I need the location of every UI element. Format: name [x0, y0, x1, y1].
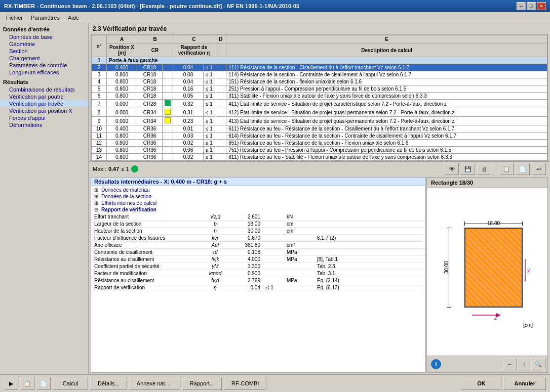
table-row[interactable]: 7 0.000 CR28 0.32 ≤ 1 411) État limite d…: [92, 100, 547, 108]
sidebar-item-forces-appui[interactable]: Forces d'appui: [0, 114, 88, 121]
sidebar-item-verif-poutre[interactable]: Vérification par poutre: [0, 93, 88, 100]
verif-unit: [284, 284, 314, 291]
table-row[interactable]: 10 0.400 CR36 0.01 ≤ 1 611) Résistance a…: [92, 125, 547, 133]
dim-right-tick: [522, 222, 523, 226]
menu-parametres[interactable]: Paramètres: [27, 14, 64, 22]
maximize-button[interactable]: □: [527, 2, 536, 10]
sidebar-item-donnees-base[interactable]: Données de base: [0, 33, 88, 40]
footer-icon-3[interactable]: 📄: [36, 377, 51, 390]
sidebar-item-section[interactable]: Section: [0, 48, 88, 55]
window-title: RX-TIMBER - Continuous beam - 2.06.1103 …: [4, 3, 299, 9]
verif-value: 0.670: [228, 235, 263, 242]
table-row[interactable]: 9 0.000 CR34 0.23 ≤ 1 413) État limite d…: [92, 117, 547, 125]
sidebar-item-chargement[interactable]: Chargement: [0, 55, 88, 62]
table-row[interactable]: 12 0.800 CR36 0.02 ≤ 1 651) Résistance a…: [92, 140, 547, 147]
sidebar-item-longueurs-efficaces[interactable]: Longueurs efficaces: [0, 69, 88, 76]
toolbar-btn-3[interactable]: 🖨: [477, 163, 491, 175]
toolbar-btn-6[interactable]: ↩: [532, 163, 546, 175]
table-row[interactable]: 8 0.000 CR34 0.31 ≤ 1 412) État limite d…: [92, 108, 547, 117]
cell-rapport: 0.04: [173, 78, 204, 85]
close-button[interactable]: ✕: [537, 2, 546, 10]
menu-aide[interactable]: Aide: [64, 14, 83, 22]
tree-item-materiau[interactable]: ⊞ Données de matériau: [93, 187, 423, 193]
cell-le1: ≤ 1: [204, 108, 215, 117]
tree-item-efforts[interactable]: ⊞ Efforts internes de calcul: [93, 200, 423, 206]
toolbar-btn-5[interactable]: 📄: [516, 163, 530, 175]
calcul-button[interactable]: Calcul: [53, 377, 88, 390]
rectangle-panel: Rectangle 18/30 18.00: [426, 177, 548, 373]
minimize-button[interactable]: ─: [517, 2, 526, 10]
cell-color: [163, 85, 173, 93]
info-button[interactable]: i: [431, 359, 441, 369]
cell-empty: [215, 154, 226, 161]
table-row[interactable]: 2 0.400 CR18 0.04 ≤ 1 111) Résistance de…: [92, 64, 547, 71]
rect-toolbar-btn-1[interactable]: ←: [503, 358, 517, 370]
toolbar-btn-1[interactable]: 👁: [445, 163, 459, 175]
cancel-button[interactable]: Annuler: [503, 377, 546, 390]
main-table: n° A B C D E Position X [m] CR Rapport d…: [91, 35, 547, 161]
footer-icon-1[interactable]: ▶: [4, 377, 18, 390]
sidebar-item-verif-position[interactable]: Vérification par position X: [0, 107, 88, 114]
verif-unit: cm: [284, 221, 314, 228]
verif-row: Résistance au cisaillement fv,k 4.000 MP…: [91, 256, 425, 263]
footer-icon-2[interactable]: 📋: [20, 377, 34, 390]
cell-cr: CR18: [137, 71, 163, 78]
verif-label: Largeur de la section: [91, 221, 203, 228]
cell-color: [163, 154, 173, 161]
table-row[interactable]: 6 0.800 CR18 0.05 ≤ 1 311) Stabilité - F…: [92, 93, 547, 100]
sidebar-item-combinaisons[interactable]: Combinaisons de résultats: [0, 86, 88, 93]
details-button[interactable]: Détails...: [90, 377, 127, 390]
cell-empty: [215, 78, 226, 85]
ok-button[interactable]: OK: [461, 377, 501, 390]
rect-toolbar-btn-2[interactable]: ↑: [517, 358, 531, 370]
table-row[interactable]: 11 0.800 CR36 0.03 ≤ 1 614) Résistance a…: [92, 133, 547, 140]
y-axis: y: [520, 259, 531, 285]
main-table-container[interactable]: n° A B C D E Position X [m] CR Rapport d…: [91, 34, 548, 161]
sidebar-item-deformations[interactable]: Déformations: [0, 121, 88, 128]
verification-detail-scroll[interactable]: Effort tranchant Vz,d 2.601 kN Largeur d…: [91, 213, 425, 372]
toolbar-btn-4[interactable]: 📋: [499, 163, 514, 175]
cell-n: 14: [92, 154, 107, 161]
verif-label: Résistance au cisaillement: [91, 256, 203, 263]
table-row[interactable]: 13 0.800 CR36 0.06 ≤ 1 751) Résistance a…: [92, 147, 547, 154]
table-row[interactable]: 3 0.800 CR18 0.08 ≤ 1 114) Résistance de…: [92, 71, 547, 78]
rf-combi-button[interactable]: RF-COMBI: [224, 377, 266, 390]
verif-value: 2.601: [228, 213, 263, 221]
sidebar-item-verif-travee[interactable]: Vérification par travée: [0, 100, 88, 107]
dim-height-line: [449, 228, 449, 308]
verif-ref: 6.1.7 (2): [314, 235, 425, 242]
cell-cr: CR36: [137, 154, 163, 161]
verif-row: Aire efficace Aef 361.80 cm²: [91, 242, 425, 249]
table-row[interactable]: 14 0.800 CR36 0.02 ≤ 1 811) Résistance a…: [92, 154, 547, 161]
expand-icon-materiau: ⊞: [94, 187, 101, 193]
cell-pos: 0.800: [107, 154, 137, 161]
header-e-label: E: [226, 35, 547, 43]
tree-item-section[interactable]: ⊞ Données de la section: [93, 193, 423, 200]
cell-rapport: 0.06: [173, 147, 204, 154]
cell-cr: CR18: [137, 93, 163, 100]
cell-cr: CR18: [137, 64, 163, 71]
cell-desc: 651) Résistance au feu - Résistance de l…: [226, 140, 547, 147]
table-row[interactable]: 5 0.800 CR18 0.16 ≤ 1 251) Pression à l'…: [92, 85, 547, 93]
header-a-label: A: [107, 35, 137, 43]
cell-rapport: 0.16: [173, 85, 204, 93]
verif-symbol: Vz,d: [203, 213, 228, 221]
title-bar: RX-TIMBER - Continuous beam - 2.06.1103 …: [0, 0, 550, 12]
sidebar-section-input: Données d'entrée: [0, 25, 88, 33]
rect-toolbar-btn-3[interactable]: 🔍: [531, 358, 545, 370]
sidebar-item-geometrie[interactable]: Géométrie: [0, 40, 88, 48]
rapport-button[interactable]: Rapport...: [182, 377, 222, 390]
menu-fichier[interactable]: Fichier: [2, 14, 27, 22]
tree-item-rapport[interactable]: ⊟ Rapport de vérification: [93, 206, 423, 213]
table-row[interactable]: 4 0.800 CR18 0.04 ≤ 1 151) Résistance de…: [92, 78, 547, 85]
verif-symbol: fv,d: [203, 277, 228, 284]
verif-le1-empty: [263, 263, 284, 270]
cell-n: 4: [92, 78, 107, 85]
tree-label-rapport: Rapport de vérification: [101, 207, 156, 212]
sidebar-group-input: Données d'entrée Données de base Géométr…: [0, 25, 88, 76]
sidebar-item-parametres-controle[interactable]: Paramètres de contrôle: [0, 62, 88, 69]
cell-cr: CR36: [137, 125, 163, 133]
color-indicator: [165, 117, 171, 123]
toolbar-btn-2[interactable]: 💾: [461, 163, 475, 175]
annexe-button[interactable]: Annexe nat. ...: [129, 377, 180, 390]
